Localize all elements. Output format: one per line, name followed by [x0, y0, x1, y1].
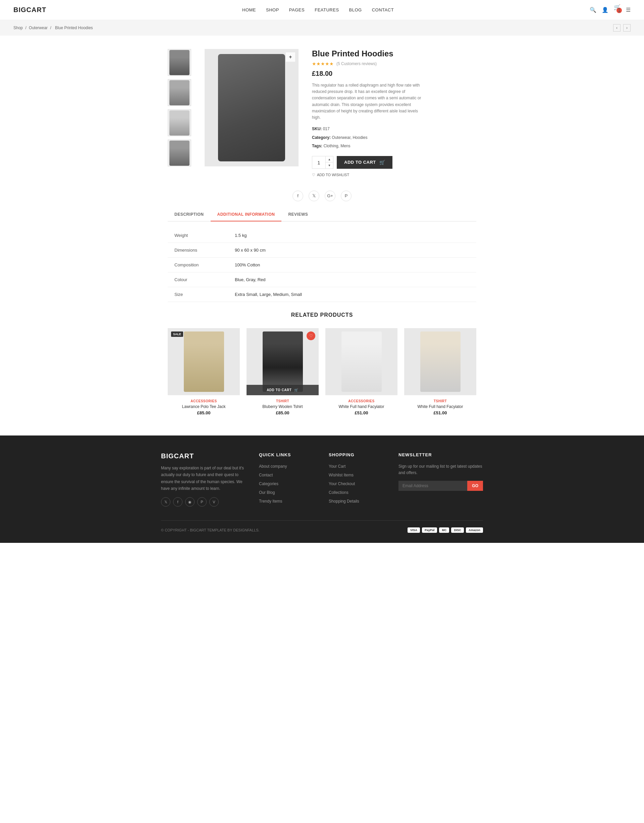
nav-shop[interactable]: SHOP	[266, 8, 279, 12]
card-cart-label-2: ADD TO CART	[267, 388, 291, 392]
footer-about: BIGCART Many say exploration is part of …	[161, 452, 245, 507]
footer-grid: BIGCART Many say exploration is part of …	[161, 452, 483, 507]
product-price-3: £51.00	[325, 410, 397, 415]
nav-features[interactable]: FEATURES	[314, 8, 339, 12]
footer-description: Many say exploration is part of our deal…	[161, 465, 245, 492]
footer-bottom: © COPYRIGHT - BIGCART TEMPLATE BY DESIGN…	[161, 521, 483, 533]
breadcrumb-prev-button[interactable]: ‹	[613, 24, 621, 32]
main-nav: HOME SHOP PAGES FEATURES BLOG CONTACT	[242, 8, 394, 12]
info-value-colour: Blue, Gray, Red	[228, 272, 476, 287]
product-card-4[interactable]: TSHIRT White Full hand Facyiator £51.00	[404, 328, 476, 415]
footer: BIGCART Many say exploration is part of …	[0, 436, 644, 543]
add-to-wishlist-link[interactable]: ♡ ADD TO WISHLIST	[312, 173, 476, 177]
product-title: Blue Printed Hoodies	[312, 49, 476, 58]
product-category-4: TSHIRT	[404, 399, 476, 403]
product-thumbnails	[168, 49, 191, 177]
related-title: RELATED PRODUCTS	[168, 312, 476, 318]
thumbnail-1[interactable]	[168, 49, 191, 76]
nav-home[interactable]: HOME	[242, 8, 256, 12]
product-name-3: White Full hand Facyiator	[325, 404, 397, 409]
nav-pages[interactable]: PAGES	[289, 8, 305, 12]
product-figure-1	[184, 332, 224, 392]
footer-vimeo-icon[interactable]: V	[209, 497, 219, 507]
breadcrumb-navigation: ‹ ›	[613, 24, 630, 32]
info-label-dimensions: Dimensions	[168, 243, 228, 257]
facebook-icon[interactable]: f	[293, 190, 303, 201]
card-cart-icon-2: 🛒	[294, 388, 299, 392]
thumbnail-2[interactable]	[168, 79, 191, 106]
footer-shopping-list: Your Cart Wishlist Items Your Checkout C…	[329, 463, 385, 504]
product-figure-2	[263, 332, 303, 392]
newsletter-submit-button[interactable]: GO	[467, 481, 483, 491]
menu-icon[interactable]: ☰	[626, 7, 630, 13]
thumbnail-3[interactable]	[168, 109, 191, 136]
footer-twitter-icon[interactable]: 𝕏	[161, 497, 170, 507]
tab-description[interactable]: DESCRIPTION	[168, 208, 211, 221]
additional-info-table: Weight 1.5 kg Dimensions 90 x 60 x 90 cm…	[168, 228, 476, 302]
product-price-2: £85.00	[247, 410, 319, 415]
footer-instagram-icon[interactable]: ◉	[185, 497, 195, 507]
breadcrumb-shop[interactable]: Shop	[14, 26, 23, 30]
breadcrumb-outerwear[interactable]: Outerwear	[29, 26, 48, 30]
product-figure-3	[342, 332, 382, 392]
quantity-up-button[interactable]: ▲	[326, 157, 333, 163]
paypal-icon: PayPal	[422, 527, 437, 533]
info-row-dimensions: Dimensions 90 x 60 x 90 cm	[168, 243, 476, 257]
footer-link-collections[interactable]: Collections	[329, 490, 348, 495]
breadcrumb: Shop / Outerwear / Blue Printed Hoodies	[14, 26, 94, 30]
tabs-nav: DESCRIPTION ADDITIONAL INFORMATION REVIE…	[168, 208, 476, 221]
card-add-to-cart-2[interactable]: ADD TO CART 🛒	[247, 385, 319, 395]
nav-contact[interactable]: CONTACT	[372, 8, 394, 12]
related-products-section: RELATED PRODUCTS SALE ACCESSORIES Lawran…	[161, 312, 483, 415]
product-description: This regulator has a rolled diaphragm an…	[312, 82, 426, 121]
footer-link-checkout[interactable]: Your Checkout	[329, 481, 355, 486]
google-plus-icon[interactable]: G+	[325, 190, 336, 201]
product-card-3[interactable]: ACCESSORIES White Full hand Facyiator £5…	[325, 328, 397, 415]
footer-link-shopping-details[interactable]: Shopping Details	[329, 499, 359, 504]
product-name-2: Bluberry Woolen Tshirt	[247, 404, 319, 409]
info-row-size: Size Extra Small, Large, Medium, Small	[168, 287, 476, 302]
user-icon[interactable]: 👤	[602, 7, 609, 13]
footer-quick-links-list: About company Contact Categories Our Blo…	[259, 463, 315, 504]
tab-reviews[interactable]: REVIEWS	[281, 208, 314, 221]
footer-pinterest-icon[interactable]: P	[197, 497, 207, 507]
footer-link-contact[interactable]: Contact	[259, 473, 273, 478]
add-to-cart-row: 1 ▲ ▼ ADD TO CART 🛒	[312, 156, 476, 169]
breadcrumb-next-button[interactable]: ›	[623, 24, 630, 32]
newsletter-email-input[interactable]	[399, 481, 467, 491]
zoom-button[interactable]: +	[286, 52, 295, 62]
thumbnail-4[interactable]	[168, 140, 191, 166]
footer-link-categories[interactable]: Categories	[259, 481, 278, 486]
product-figure	[218, 54, 285, 161]
footer-link-wishlist[interactable]: Wishlist Items	[329, 473, 354, 478]
footer-link-blog[interactable]: Our Blog	[259, 490, 275, 495]
discover-icon: DISC	[451, 527, 464, 533]
visa-icon: VISA	[408, 527, 420, 533]
footer-quick-links: QUICK LINKS About company Contact Catego…	[259, 452, 315, 507]
add-to-cart-label: ADD TO CART	[344, 160, 376, 165]
product-card-1[interactable]: SALE ACCESSORIES Lawrance Polo Tee Jack …	[168, 328, 240, 415]
footer-link-cart[interactable]: Your Cart	[329, 464, 345, 469]
product-card-2[interactable]: ♡ ADD TO CART 🛒 TSHIRT Bluberry Woolen T…	[247, 328, 319, 415]
twitter-icon[interactable]: 𝕏	[308, 190, 319, 201]
site-logo[interactable]: BIGCART	[14, 6, 46, 14]
footer-link-about[interactable]: About company	[259, 464, 287, 469]
wishlist-badge-2: ♡	[307, 332, 315, 340]
heart-icon: ♡	[312, 173, 315, 177]
footer-copyright: © COPYRIGHT - BIGCART TEMPLATE BY DESIGN…	[161, 528, 260, 532]
tab-additional-info[interactable]: ADDITIONAL INFORMATION	[211, 208, 282, 221]
footer-facebook-icon[interactable]: f	[173, 497, 182, 507]
search-icon[interactable]: 🔍	[590, 7, 596, 13]
newsletter-form: GO	[399, 481, 483, 491]
footer-link-trendy[interactable]: Trendy Items	[259, 499, 282, 504]
product-category: Category: Outerwear, Hoodies	[312, 134, 476, 141]
quantity-down-button[interactable]: ▼	[326, 163, 333, 169]
pinterest-icon[interactable]: P	[341, 190, 351, 201]
nav-blog[interactable]: BLOG	[349, 8, 362, 12]
amazon-icon: Amazon	[466, 527, 483, 533]
add-to-cart-button[interactable]: ADD TO CART 🛒	[337, 156, 393, 169]
cart-icon[interactable]: 🛒 1	[614, 4, 621, 16]
product-category-1: ACCESSORIES	[168, 399, 240, 403]
product-main-image: +	[205, 49, 299, 166]
info-row-composition: Composition 100% Cotton	[168, 257, 476, 272]
